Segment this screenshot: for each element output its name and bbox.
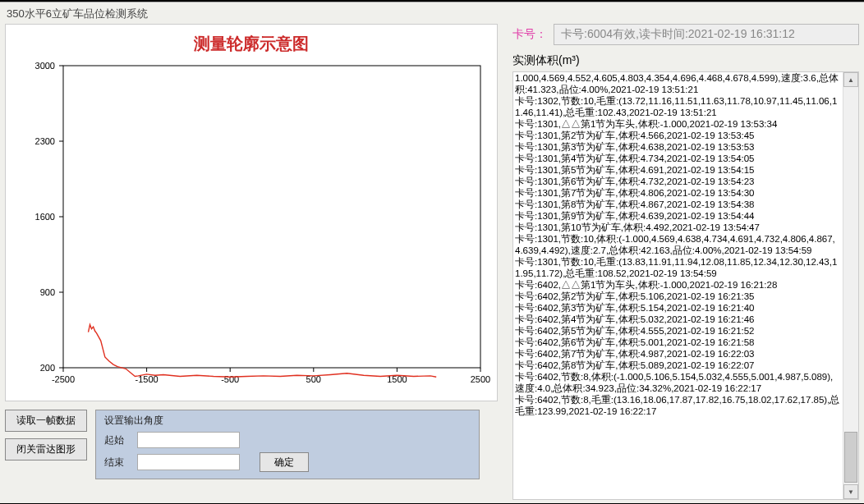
right-column: 卡号： 实测体积(m³) 1.000,4.569,4.552,4.605,4.8… bbox=[512, 22, 859, 500]
window-title: 350水平6立矿车品位检测系统 bbox=[0, 2, 864, 22]
svg-rect-1 bbox=[63, 66, 480, 368]
log-text-area[interactable]: 1.000,4.569,4.552,4.605,4.803,4.354,4.69… bbox=[513, 72, 843, 499]
scroll-down-button[interactable]: ▼ bbox=[843, 484, 858, 499]
card-label: 卡号： bbox=[512, 27, 547, 42]
card-row: 卡号： bbox=[512, 24, 859, 45]
left-buttons: 读取一帧数据 闭关雷达图形 bbox=[5, 410, 87, 479]
svg-text:3000: 3000 bbox=[35, 61, 55, 71]
card-input[interactable] bbox=[554, 24, 859, 45]
bottom-controls: 读取一帧数据 闭关雷达图形 设置输出角度 起始 结束 确定 bbox=[5, 410, 498, 479]
chart-svg: 测量轮廓示意图300023001600900200-2500-1500-5005… bbox=[6, 25, 497, 401]
angle-start-label: 起始 bbox=[104, 433, 137, 447]
svg-text:2500: 2500 bbox=[471, 374, 490, 384]
scroll-thumb[interactable] bbox=[844, 432, 857, 483]
angle-end-input[interactable] bbox=[137, 454, 240, 470]
log-panel: 1.000,4.569,4.552,4.605,4.803,4.354,4.69… bbox=[512, 71, 859, 500]
angle-end-row: 结束 确定 bbox=[104, 452, 471, 472]
angle-panel: 设置输出角度 起始 结束 确定 bbox=[95, 410, 480, 479]
svg-text:200: 200 bbox=[40, 363, 55, 373]
read-frame-button[interactable]: 读取一帧数据 bbox=[5, 410, 87, 432]
close-radar-button[interactable]: 闭关雷达图形 bbox=[5, 438, 87, 460]
chart-panel: 测量轮廓示意图300023001600900200-2500-1500-5005… bbox=[5, 24, 498, 401]
scroll-up-button[interactable]: ▲ bbox=[843, 72, 858, 87]
left-column: 测量轮廓示意图300023001600900200-2500-1500-5005… bbox=[5, 22, 498, 500]
svg-text:-2500: -2500 bbox=[52, 374, 75, 384]
volume-label: 实测体积(m³) bbox=[512, 53, 859, 68]
svg-text:2300: 2300 bbox=[35, 136, 55, 146]
app-window: 350水平6立矿车品位检测系统 测量轮廓示意图30002300160090020… bbox=[0, 2, 864, 503]
scrollbar: ▲ ▼ bbox=[843, 72, 858, 499]
angle-start-input[interactable] bbox=[137, 432, 240, 448]
svg-text:900: 900 bbox=[40, 287, 55, 297]
svg-text:1600: 1600 bbox=[35, 212, 55, 222]
svg-text:-500: -500 bbox=[221, 374, 239, 384]
angle-start-row: 起始 bbox=[104, 432, 471, 448]
angle-confirm-button[interactable]: 确定 bbox=[260, 452, 309, 472]
angle-end-label: 结束 bbox=[104, 456, 137, 470]
angle-panel-title: 设置输出角度 bbox=[104, 414, 471, 428]
svg-text:测量轮廓示意图: 测量轮廓示意图 bbox=[193, 34, 309, 53]
content-area: 测量轮廓示意图300023001600900200-2500-1500-5005… bbox=[0, 22, 864, 500]
